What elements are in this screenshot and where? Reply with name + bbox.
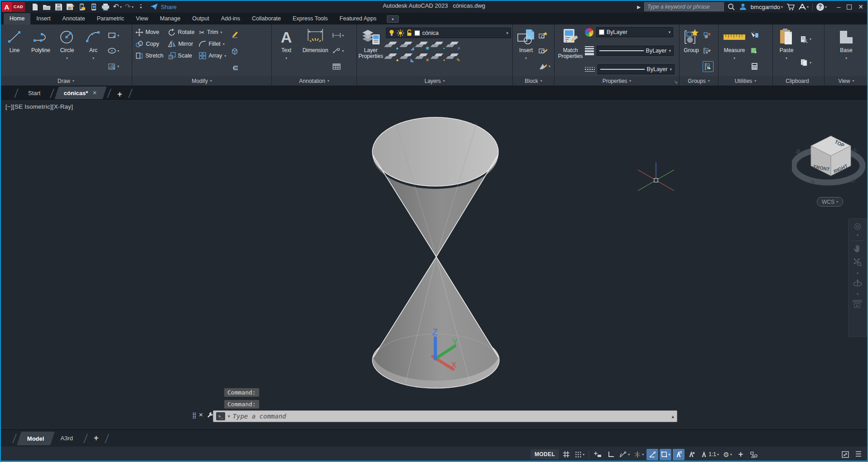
quick-select-tool[interactable] [750, 30, 759, 41]
measure-button[interactable]: Measure [720, 26, 749, 76]
paste-button[interactable]: Paste [774, 26, 799, 76]
orbit-dropdown[interactable]: ▾ [857, 292, 859, 296]
group-edit-tool[interactable] [703, 45, 714, 56]
orbit-icon[interactable] [853, 279, 863, 289]
layer-freeze-tool[interactable]: ✱ [417, 40, 430, 50]
line-tool[interactable]: Line [1, 26, 28, 76]
new-drawing-tab-button[interactable]: + [114, 90, 126, 99]
scale-tool[interactable]: Scale [166, 50, 197, 62]
zoom-dropdown[interactable]: ▾ [857, 271, 859, 275]
panel-label-annotation[interactable]: Annotation [272, 76, 357, 86]
snap-dropdown[interactable]: ▾ [583, 452, 584, 457]
linear-dim-dropdown[interactable] [342, 34, 344, 38]
tab-express-tools[interactable]: Express Tools [287, 13, 334, 24]
text-dropdown[interactable] [285, 54, 287, 61]
object-snap-tracking-button[interactable] [646, 449, 658, 460]
isolate-objects-button[interactable] [748, 449, 760, 460]
search-collapse-icon[interactable]: ▶ [637, 5, 641, 10]
linear-dimension-tool[interactable] [332, 30, 344, 41]
panel-label-view[interactable]: View [825, 76, 868, 86]
tab-addins[interactable]: Add-ins [215, 13, 246, 24]
minimize-button[interactable]: – [837, 5, 840, 9]
cut-tool[interactable] [800, 34, 811, 45]
command-line-bar[interactable]: >_ ▾ Type a command ▴ [213, 410, 677, 422]
annotation-scale-button[interactable]: 1:1▾ [699, 449, 720, 460]
polyline-tool[interactable]: Polyline [28, 26, 54, 76]
create-block-tool[interactable] [539, 30, 550, 41]
layer-unlock-tool[interactable]: ▪ [432, 52, 445, 62]
base-dropdown[interactable] [845, 54, 847, 61]
block-attributes-tool[interactable] [539, 61, 550, 72]
recent-commands-icon[interactable]: >_ [216, 412, 225, 420]
close-file-tab-icon[interactable]: ✕ [93, 90, 97, 96]
rotate-tool[interactable]: Rotate [166, 26, 197, 38]
group-selection-toggle[interactable] [703, 61, 714, 72]
pan-icon[interactable] [853, 244, 862, 255]
cut-dropdown[interactable] [810, 37, 811, 41]
tab-view[interactable]: View [130, 13, 154, 24]
help-menu[interactable]: ? [816, 3, 827, 11]
explode-tool[interactable] [229, 45, 241, 57]
grid-display-button[interactable] [560, 449, 572, 460]
new-layout-button[interactable]: + [90, 433, 102, 443]
offset-tool[interactable] [229, 62, 241, 74]
app-store-cart-icon[interactable] [786, 3, 795, 11]
rectangle-dropdown[interactable] [117, 34, 119, 38]
insert-block-button[interactable]: Insert [514, 26, 538, 76]
panel-label-properties[interactable]: Properties [555, 76, 679, 86]
workspace-dropdown[interactable]: ▾ [730, 452, 732, 457]
layout-tab-model[interactable]: Model [17, 432, 54, 445]
polar-tracking-button[interactable]: ▾ [618, 449, 631, 460]
maximize-button[interactable] [847, 5, 852, 10]
ungroup-tool[interactable] [703, 30, 714, 41]
block-attributes-dropdown[interactable] [549, 64, 550, 68]
layer-isolate-tool[interactable]: ◢ [401, 40, 415, 50]
panel-label-draw[interactable]: Draw [0, 76, 132, 86]
tab-collaborate[interactable]: Collaborate [246, 13, 287, 24]
arc-tool[interactable]: Arc [80, 26, 106, 76]
group-button[interactable]: Group [681, 26, 702, 76]
redo-button[interactable]: ↷ [124, 2, 135, 12]
make-current-layer-tool[interactable]: ≡ [448, 40, 461, 50]
open-file-button[interactable] [41, 2, 52, 12]
copy-tool[interactable]: Copy [134, 38, 165, 50]
linetype-combo[interactable]: ByLayer [598, 64, 675, 74]
signed-in-user[interactable]: bmcgarrido [751, 4, 783, 10]
search-input[interactable] [644, 2, 724, 11]
plot-button[interactable] [100, 2, 111, 12]
hatch-dropdown[interactable] [117, 64, 119, 68]
leader-tool[interactable] [332, 45, 344, 56]
new-file-button[interactable] [29, 2, 40, 12]
table-tool[interactable] [332, 61, 344, 72]
dynamic-input-button[interactable] [592, 449, 603, 460]
measure-dropdown[interactable] [733, 54, 735, 61]
close-window-button[interactable]: ✕ [858, 3, 863, 10]
erase-tool[interactable] [229, 29, 241, 40]
viewport-controls[interactable]: [−][SE Isometric][X-Ray] [5, 103, 73, 110]
user-avatar-icon[interactable] [739, 3, 747, 11]
layer-off-tool[interactable]: ● [386, 40, 399, 50]
insert-dropdown[interactable] [525, 54, 527, 61]
wcs-menu[interactable]: WCS [817, 197, 843, 207]
model-paper-toggle[interactable]: MODEL [530, 449, 559, 459]
array-tool[interactable]: Array [197, 50, 228, 62]
ortho-mode-button[interactable] [605, 449, 617, 460]
share-button[interactable]: Share [150, 3, 177, 10]
navigation-wheel-dropdown[interactable]: ▾ [857, 233, 859, 237]
tab-manage[interactable]: Manage [154, 13, 186, 24]
layout-tab-a3rd[interactable]: A3rd [53, 432, 81, 445]
ellipse-tool[interactable] [107, 45, 119, 56]
layer-properties-button[interactable]: Layer Properties [358, 26, 383, 76]
open-from-web-mobile-button[interactable] [77, 2, 87, 12]
ribbon-display-toggle[interactable] [387, 15, 399, 23]
save-button[interactable] [53, 2, 64, 12]
snap-mode-button[interactable]: ▾ [574, 449, 586, 460]
lineweight-combo[interactable]: ByLayer [597, 46, 674, 56]
edit-block-tool[interactable] [539, 45, 550, 56]
id-point-tool[interactable] [750, 45, 759, 56]
arc-dropdown[interactable] [92, 54, 94, 61]
undo-button[interactable]: ↶ [112, 2, 123, 12]
fillet-tool[interactable]: Fillet [197, 38, 228, 50]
match-properties-button[interactable]: Match Properties [556, 26, 585, 76]
panel-label-modify[interactable]: Modify [132, 76, 271, 86]
